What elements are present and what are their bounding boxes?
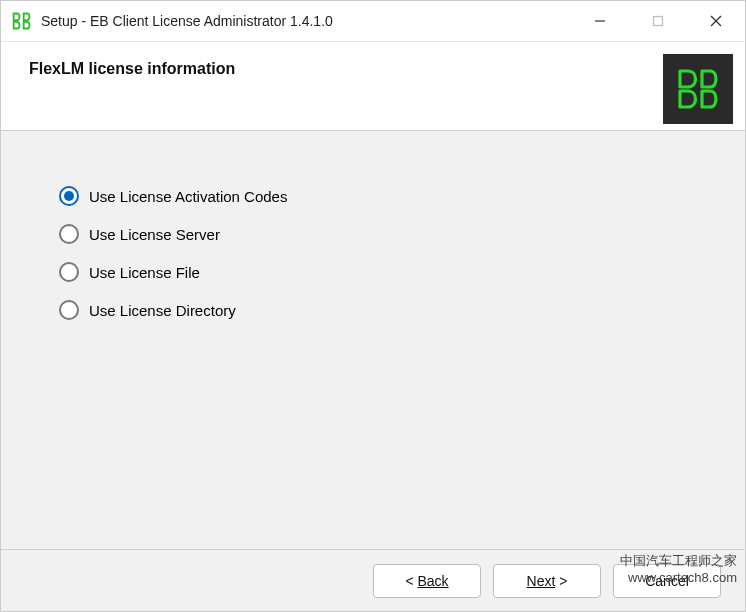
page-title: FlexLM license information (29, 60, 235, 78)
radio-icon (59, 224, 79, 244)
license-mode-group: Use License Activation Codes Use License… (59, 186, 745, 320)
window-controls (571, 1, 745, 41)
radio-license-server[interactable]: Use License Server (59, 224, 745, 244)
back-button[interactable]: < Back (373, 564, 481, 598)
window-title: Setup - EB Client License Administrator … (41, 13, 571, 29)
minimize-button[interactable] (571, 1, 629, 41)
app-icon (11, 10, 33, 32)
svg-rect-1 (654, 17, 663, 26)
radio-label: Use License File (89, 264, 200, 281)
radio-icon (59, 300, 79, 320)
next-button[interactable]: Next > (493, 564, 601, 598)
close-button[interactable] (687, 1, 745, 41)
radio-license-file[interactable]: Use License File (59, 262, 745, 282)
titlebar: Setup - EB Client License Administrator … (1, 1, 745, 41)
wizard-content: Use License Activation Codes Use License… (1, 131, 745, 549)
radio-label: Use License Directory (89, 302, 236, 319)
radio-license-directory[interactable]: Use License Directory (59, 300, 745, 320)
radio-label: Use License Activation Codes (89, 188, 287, 205)
cancel-button[interactable]: Cancel (613, 564, 721, 598)
wizard-header: FlexLM license information (1, 41, 745, 131)
wizard-footer: < Back Next > Cancel (1, 549, 745, 611)
brand-logo (663, 54, 733, 124)
radio-activation-codes[interactable]: Use License Activation Codes (59, 186, 745, 206)
radio-icon (59, 186, 79, 206)
radio-icon (59, 262, 79, 282)
setup-window: Setup - EB Client License Administrator … (0, 0, 746, 612)
radio-label: Use License Server (89, 226, 220, 243)
maximize-button[interactable] (629, 1, 687, 41)
